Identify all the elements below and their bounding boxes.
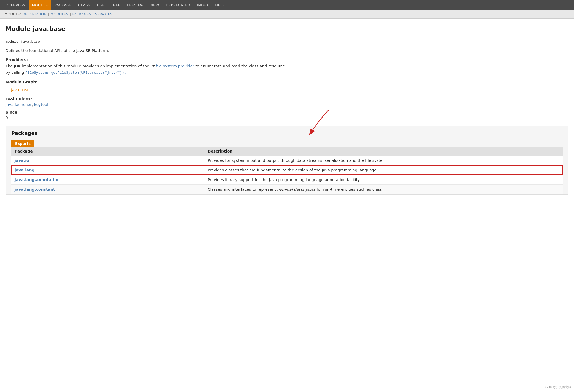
nav-help[interactable]: HELP [212, 0, 228, 10]
exports-badge: Exports [11, 140, 34, 147]
packages-section: Packages Exports Package Description [6, 126, 568, 195]
col-description: Description [204, 147, 563, 156]
providers-text-after: to enumerate and read the class and reso… [194, 64, 285, 68]
breadcrumb-sep-1: | [48, 12, 49, 16]
nav-class[interactable]: CLASS [75, 0, 94, 10]
pkg-java-lang-desc: Provides classes that are fundamental to… [204, 165, 563, 175]
title-divider [6, 35, 568, 35]
pkg-java-lang-annotation[interactable]: java.lang.annotation [15, 178, 60, 182]
pkg-java-lang-annotation-desc: Provides library support for the Java pr… [204, 175, 563, 184]
nav-module[interactable]: MODULE [29, 0, 51, 10]
nav-preview[interactable]: PREVIEW [124, 0, 147, 10]
providers-text: The JDK implementation of this module pr… [6, 63, 568, 76]
table-row: java.io Provides for system input and ou… [11, 156, 563, 165]
pkg-java-io[interactable]: java.io [15, 158, 29, 163]
module-title: Module java.base [6, 25, 568, 32]
tool-guides-links: java launcher, keytool [6, 102, 568, 107]
nav-tree[interactable]: TREE [107, 0, 124, 10]
nav-use[interactable]: USE [94, 0, 108, 10]
since-value: 9 [6, 116, 568, 120]
tool-guides-label: Tool Guides: [6, 97, 568, 101]
pkg-java-lang-constant-desc: Classes and interfaces to represent nomi… [204, 184, 563, 194]
nav-package[interactable]: PACKAGE [51, 0, 75, 10]
breadcrumb-packages[interactable]: PACKAGES [72, 12, 91, 16]
module-graph-section: Module Graph: java.base [6, 80, 568, 92]
breadcrumb-modules[interactable]: MODULES [50, 12, 68, 16]
nav-new[interactable]: NEW [147, 0, 163, 10]
packages-table-header: Package Description [11, 147, 563, 156]
breadcrumb-description[interactable]: DESCRIPTION [22, 12, 47, 16]
module-graph-label: Module Graph: [6, 80, 568, 84]
table-row-highlighted: java.lang Provides classes that are fund… [11, 165, 563, 175]
nav-index[interactable]: INDEX [194, 0, 212, 10]
providers-code-prefix: by calling [6, 70, 25, 75]
top-navigation: OVERVIEW MODULE PACKAGE CLASS USE TREE P… [0, 0, 574, 10]
breadcrumb: MODULE: DESCRIPTION | MODULES | PACKAGES… [0, 10, 574, 19]
keytool-link[interactable]: keytool [34, 102, 48, 107]
file-system-provider-link[interactable]: file system provider [156, 64, 194, 68]
providers-code: FileSystems.getFileSystem(URI.create("jr… [25, 71, 126, 75]
module-graph-link[interactable]: java.base [11, 88, 29, 92]
breadcrumb-prefix: MODULE: [4, 12, 21, 16]
breadcrumb-sep-3: | [93, 12, 94, 16]
java-launcher-link[interactable]: java launcher [6, 102, 32, 107]
breadcrumb-sep-2: | [70, 12, 71, 16]
col-package: Package [11, 147, 204, 156]
module-description: Defines the foundational APIs of the Jav… [6, 48, 568, 54]
pkg-java-lang-constant[interactable]: java.lang.constant [15, 187, 55, 192]
pkg-java-io-desc: Provides for system input and output thr… [204, 156, 563, 165]
module-code: module java.base [6, 40, 568, 44]
providers-text-before: The JDK implementation of this module pr… [6, 64, 156, 68]
main-content: Module java.base module java.base Define… [0, 19, 574, 201]
table-row: java.lang.annotation Provides library su… [11, 175, 563, 184]
pkg-java-lang[interactable]: java.lang [15, 168, 34, 172]
table-row: java.lang.constant Classes and interface… [11, 184, 563, 194]
breadcrumb-services[interactable]: SERVICES [95, 12, 112, 16]
nav-deprecated[interactable]: DEPRECATED [163, 0, 194, 10]
packages-table-body: java.io Provides for system input and ou… [11, 156, 563, 194]
since-label: Since: [6, 110, 568, 115]
providers-label: Providers: [6, 58, 568, 62]
packages-table: Package Description java.io Provides for… [11, 147, 563, 194]
nav-overview[interactable]: OVERVIEW [2, 0, 29, 10]
packages-title: Packages [11, 130, 563, 136]
